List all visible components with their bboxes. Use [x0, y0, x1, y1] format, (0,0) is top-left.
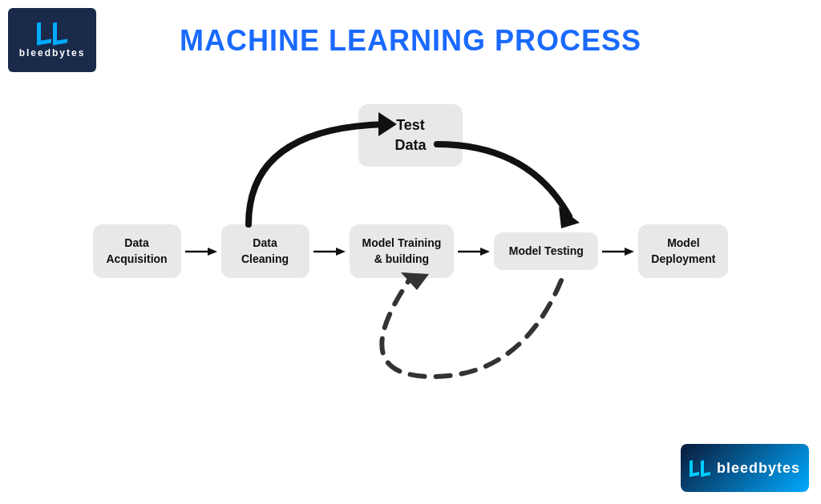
test-data-line1: Test: [396, 117, 425, 133]
step-model-training: Model Training& building: [350, 224, 455, 278]
svg-marker-1: [208, 248, 217, 256]
test-data-box: Test Data: [358, 104, 463, 167]
step-model-deployment: ModelDeployment: [638, 224, 728, 278]
arrow-4: [598, 244, 638, 260]
test-data-line2: Data: [394, 137, 426, 153]
step-data-cleaning: DataCleaning: [221, 224, 309, 278]
logo-bottom-chevron-icon: [690, 460, 710, 476]
svg-marker-3: [336, 248, 346, 256]
logo-bottom-right: bleedbytes: [681, 444, 809, 492]
step-data-acquisition: DataAcquisition: [93, 224, 181, 278]
svg-marker-5: [480, 248, 490, 256]
logo-bottom-brand-text: bleedbytes: [717, 460, 800, 477]
arrow-3: [454, 244, 494, 260]
page-title: MACHINE LEARNING PROCESS: [0, 24, 821, 58]
process-row: DataAcquisition DataCleaning Model Train…: [16, 224, 805, 278]
arrow-1: [181, 244, 221, 260]
step-model-testing: Model Testing: [494, 232, 598, 271]
svg-marker-7: [625, 248, 634, 256]
arrow-2: [309, 244, 350, 260]
